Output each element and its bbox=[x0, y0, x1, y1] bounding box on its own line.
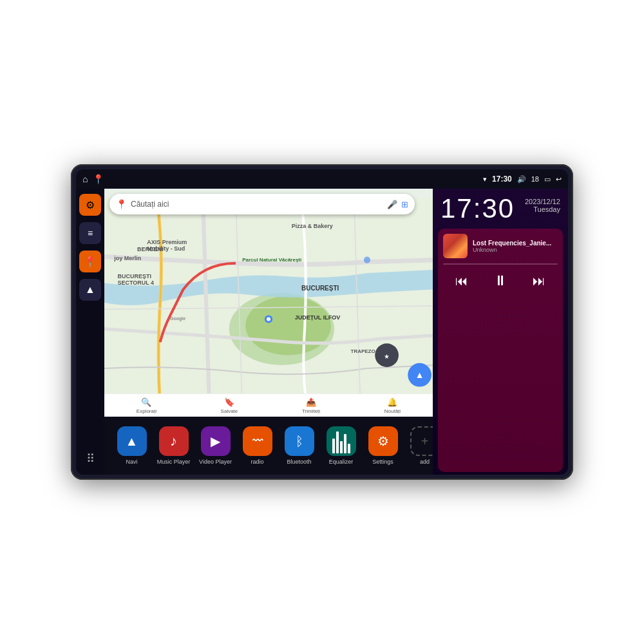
music-icon: ♪ bbox=[159, 426, 189, 456]
map-search-text: Căutați aici bbox=[131, 200, 383, 209]
back-icon[interactable]: ↩ bbox=[556, 175, 562, 184]
app-radio[interactable]: 〰 radio bbox=[236, 426, 278, 465]
svg-text:★: ★ bbox=[384, 353, 390, 360]
app-bluetooth[interactable]: ᛒ Bluetooth bbox=[278, 426, 320, 465]
map-nav-news[interactable]: 🔔 Noutăți bbox=[384, 397, 401, 414]
explore-icon: 🔍 bbox=[141, 397, 151, 407]
next-track-button[interactable]: ⏭ bbox=[530, 271, 548, 291]
music-widget: Lost Frequencies_Janie... Unknown ⏮ ⏸ ⏭ bbox=[438, 229, 563, 472]
bluetooth-label: Bluetooth bbox=[287, 459, 311, 465]
clock-widget: 17:30 2023/12/12 Tuesday bbox=[433, 189, 568, 226]
app-navi[interactable]: ▲ Navi bbox=[111, 426, 153, 465]
location-icon[interactable]: 📍 bbox=[93, 174, 104, 184]
navi-icon: ▲ bbox=[117, 426, 147, 456]
layers-icon[interactable]: ⊞ bbox=[401, 200, 408, 209]
svg-point-2 bbox=[245, 296, 331, 355]
svg-text:▲: ▲ bbox=[415, 370, 424, 380]
pause-button[interactable]: ⏸ bbox=[491, 270, 510, 292]
bluetooth-icon: ᛒ bbox=[285, 426, 314, 456]
navi-label: Navi bbox=[126, 459, 137, 465]
app-settings[interactable]: ⚙ Settings bbox=[362, 426, 404, 465]
map-label-park: Parcul Natural Văcărești bbox=[242, 257, 301, 263]
map-nav-explore[interactable]: 🔍 Explorați bbox=[137, 397, 156, 414]
sidebar-maps-btn[interactable]: 📍 bbox=[79, 251, 101, 272]
files-icon: ≡ bbox=[88, 228, 93, 238]
equalizer-label: Equalizer bbox=[329, 459, 354, 465]
app-video[interactable]: ▶ Video Player bbox=[194, 426, 236, 465]
explore-label: Explorați bbox=[137, 408, 156, 414]
device-outer: ⌂ 📍 ▾ 17:30 🔊 18 ▭ ↩ ⚙ ≡ bbox=[71, 164, 573, 480]
clock-day: Tuesday bbox=[533, 205, 560, 213]
map-pin-icon: 📍 bbox=[84, 256, 97, 268]
map-svg: ▲ ★ bbox=[104, 189, 433, 417]
map-label-google: Google bbox=[170, 316, 185, 321]
battery-num: 18 bbox=[531, 175, 539, 183]
music-label: Music Player bbox=[157, 459, 191, 465]
sidebar-settings-btn[interactable]: ⚙ bbox=[79, 194, 101, 216]
app-equalizer[interactable]: Equalizer bbox=[320, 426, 362, 465]
map-label-sectorul4: BUCUREȘTISECTORUL 4 bbox=[117, 273, 154, 286]
map-label-joy: joy Merlin bbox=[114, 255, 141, 261]
status-right: ▾ 17:30 🔊 18 ▭ ↩ bbox=[483, 175, 562, 184]
album-art bbox=[443, 234, 468, 258]
music-info: Lost Frequencies_Janie... Unknown bbox=[443, 234, 558, 258]
album-art-inner bbox=[443, 234, 468, 258]
device-screen: ⌂ 📍 ▾ 17:30 🔊 18 ▭ ↩ ⚙ ≡ bbox=[76, 169, 568, 475]
settings-label: Settings bbox=[372, 459, 393, 465]
volume-icon: 🔊 bbox=[517, 175, 526, 184]
map-nav-saved[interactable]: 🔖 Salvate bbox=[221, 397, 238, 414]
map-nav-share[interactable]: 📤 Trimiteți bbox=[302, 397, 320, 414]
settings-icon: ⚙ bbox=[86, 199, 95, 211]
sidebar-files-btn[interactable]: ≡ bbox=[79, 222, 101, 244]
map-label-berceni: BERCENI bbox=[137, 246, 164, 252]
status-left: ⌂ 📍 bbox=[82, 174, 104, 184]
map-bottom-nav: 🔍 Explorați 🔖 Salvate 📤 Trimiteți bbox=[104, 393, 433, 417]
mic-icon[interactable]: 🎤 bbox=[387, 200, 397, 209]
sidebar-nav-btn[interactable]: ▲ bbox=[79, 279, 101, 301]
sidebar: ⚙ ≡ 📍 ▲ ⠿ bbox=[76, 189, 104, 475]
share-label: Trimiteți bbox=[302, 408, 320, 414]
svg-point-4 bbox=[267, 317, 270, 321]
home-icon[interactable]: ⌂ bbox=[82, 174, 88, 184]
status-bar: ⌂ 📍 ▾ 17:30 🔊 18 ▭ ↩ bbox=[76, 169, 568, 189]
app-add[interactable]: + add bbox=[404, 426, 433, 465]
saved-label: Salvate bbox=[221, 408, 238, 414]
battery-icon: ▭ bbox=[544, 175, 551, 184]
wifi-icon: ▾ bbox=[483, 175, 487, 184]
map-bg: ▲ ★ 📍 Căutați aici 🎤 ⊞ bbox=[104, 189, 433, 417]
right-panel: 17:30 2023/12/12 Tuesday Lost Frequencie… bbox=[433, 189, 568, 475]
music-controls: ⏮ ⏸ ⏭ bbox=[443, 270, 558, 292]
grid-icon: ⠿ bbox=[86, 451, 95, 466]
clock-date-block: 2023/12/12 Tuesday bbox=[525, 195, 560, 213]
app-bar: ▲ Navi ♪ Music Player ▶ Vid bbox=[104, 417, 433, 475]
music-progress-bar[interactable] bbox=[443, 263, 558, 265]
clock-date: 2023/12/12 bbox=[525, 198, 560, 205]
add-icon: + bbox=[410, 426, 433, 456]
music-artist: Unknown bbox=[473, 247, 558, 253]
map-label-bucuresti: BUCUREȘTI bbox=[301, 285, 339, 292]
center-area: ▲ ★ 📍 Căutați aici 🎤 ⊞ bbox=[104, 189, 433, 475]
google-maps-pin-icon: 📍 bbox=[116, 199, 127, 209]
radio-label: radio bbox=[251, 459, 263, 465]
map-container[interactable]: ▲ ★ 📍 Căutați aici 🎤 ⊞ bbox=[104, 189, 433, 417]
radio-icon: 〰 bbox=[243, 426, 272, 456]
share-icon: 📤 bbox=[306, 397, 316, 407]
video-label: Video Player bbox=[199, 459, 232, 465]
map-search-bar[interactable]: 📍 Căutați aici 🎤 ⊞ bbox=[109, 194, 415, 214]
svg-point-5 bbox=[364, 257, 370, 263]
prev-track-button[interactable]: ⏮ bbox=[453, 271, 471, 291]
sidebar-apps-btn[interactable]: ⠿ bbox=[79, 448, 101, 469]
news-icon: 🔔 bbox=[387, 397, 397, 407]
map-label-trapezolu: TRAPEZO... bbox=[351, 348, 380, 354]
video-icon: ▶ bbox=[201, 426, 231, 456]
saved-icon: 🔖 bbox=[224, 397, 234, 407]
status-time: 17:30 bbox=[492, 175, 512, 184]
settings-app-icon: ⚙ bbox=[368, 426, 398, 456]
nav-arrow-icon: ▲ bbox=[85, 284, 95, 296]
news-label: Noutăți bbox=[384, 408, 401, 414]
add-label: add bbox=[420, 459, 430, 465]
app-music[interactable]: ♪ Music Player bbox=[153, 426, 194, 465]
music-title: Lost Frequencies_Janie... bbox=[473, 240, 558, 247]
main-content: ⚙ ≡ 📍 ▲ ⠿ bbox=[76, 189, 568, 475]
equalizer-icon bbox=[327, 426, 356, 456]
